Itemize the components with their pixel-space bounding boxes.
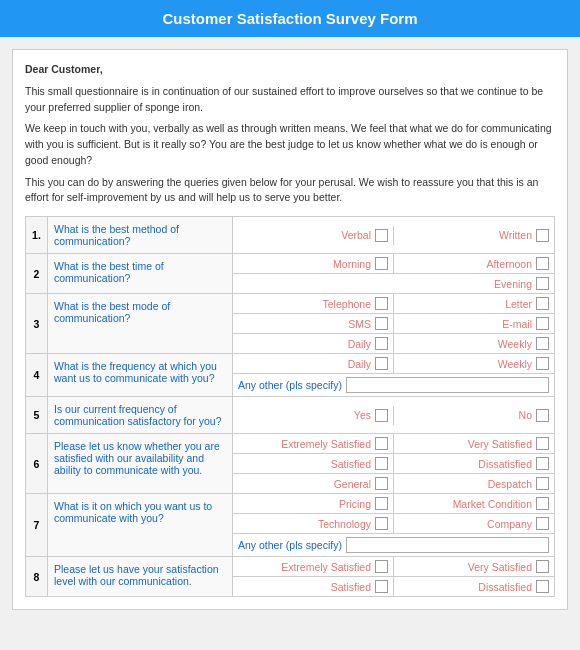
question-text-7: What is it on which you want us to commu… — [48, 494, 233, 557]
checkbox-left-7-1[interactable] — [375, 497, 388, 510]
options-cell-3-2: SMSE-mail — [233, 314, 555, 334]
checkbox-left-6-1[interactable] — [375, 437, 388, 450]
checkbox-right-6-2[interactable] — [536, 457, 549, 470]
options-cell-6-2: SatisfiedDissatisfied — [233, 454, 555, 474]
checkbox-left-1-1[interactable] — [375, 229, 388, 242]
question-num-8: 8 — [26, 557, 48, 597]
checkbox-right-6-3[interactable] — [536, 477, 549, 490]
option-left-4-1: Daily — [233, 354, 393, 373]
question-text-5: Is our current frequency of communicatio… — [48, 397, 233, 434]
option-right-6-1: Very Satisfied — [394, 434, 554, 453]
specify-cell-4: Any other (pls specify) — [233, 374, 555, 397]
question-num-6: 6 — [26, 434, 48, 494]
option-right-8-1: Very Satisfied — [394, 557, 554, 576]
question-text-1: What is the best method of communication… — [48, 217, 233, 254]
options-cell-2-1: MorningAfternoon — [233, 254, 555, 274]
checkbox-left-3-1[interactable] — [375, 297, 388, 310]
option-left-6-3: General — [233, 474, 393, 493]
specify-input-4[interactable] — [346, 377, 549, 393]
option-right-4-1: Weekly — [394, 354, 554, 373]
checkbox-right-7-1[interactable] — [536, 497, 549, 510]
options-cell-8-2: SatisfiedDissatisfied — [233, 577, 555, 597]
checkbox-right-4-1[interactable] — [536, 357, 549, 370]
checkbox-right-8-1[interactable] — [536, 560, 549, 573]
options-cell-7-2: TechnologyCompany — [233, 514, 555, 534]
option-left-3-3: Daily — [233, 334, 393, 353]
option-left-3-2: SMS — [233, 314, 393, 333]
question-num-4: 4 — [26, 354, 48, 397]
option-right-8-2: Dissatisfied — [394, 577, 554, 596]
options-cell-8-1: Extremely SatisfiedVery Satisfied — [233, 557, 555, 577]
option-right-3-1: Letter — [394, 294, 554, 313]
options-cell-4-1: DailyWeekly — [233, 354, 555, 374]
options-cell-6-3: GeneralDespatch — [233, 474, 555, 494]
option-left-6-2: Satisfied — [233, 454, 393, 473]
checkbox-right-7-2[interactable] — [536, 517, 549, 530]
question-text-6: Please let us know whether you are satis… — [48, 434, 233, 494]
specify-cell-7: Any other (pls specify) — [233, 534, 555, 557]
checkbox-right-2-1[interactable] — [536, 257, 549, 270]
checkbox-right-6-1[interactable] — [536, 437, 549, 450]
option-right-6-3: Despatch — [394, 474, 554, 493]
options-cell-3-1: TelephoneLetter — [233, 294, 555, 314]
checkbox-left-3-2[interactable] — [375, 317, 388, 330]
question-num-7: 7 — [26, 494, 48, 557]
question-num-1: 1. — [26, 217, 48, 254]
intro-p2: We keep in touch with you, verbally as w… — [25, 121, 555, 168]
question-num-3: 3 — [26, 294, 48, 354]
option-right-3-3: Weekly — [394, 334, 554, 353]
option-left-8-1: Extremely Satisfied — [233, 557, 393, 576]
options-cell-2-2: Evening — [233, 274, 555, 294]
option-right-7-2: Company — [394, 514, 554, 533]
option-left-1-1: Verbal — [233, 226, 393, 245]
checkbox-left-6-2[interactable] — [375, 457, 388, 470]
option-left-2-2: Evening — [233, 274, 554, 293]
option-left-5-1: Yes — [233, 406, 393, 425]
checkbox-left-4-1[interactable] — [375, 357, 388, 370]
checkbox-left-2-2[interactable] — [536, 277, 549, 290]
checkbox-left-3-3[interactable] — [375, 337, 388, 350]
option-right-1-1: Written — [394, 226, 554, 245]
main-content: Dear Customer, This small questionnaire … — [12, 49, 568, 610]
page-header: Customer Satisfaction Survey Form — [0, 0, 580, 37]
checkbox-right-5-1[interactable] — [536, 409, 549, 422]
question-num-5: 5 — [26, 397, 48, 434]
option-left-8-2: Satisfied — [233, 577, 393, 596]
checkbox-left-8-1[interactable] — [375, 560, 388, 573]
checkbox-right-8-2[interactable] — [536, 580, 549, 593]
checkbox-left-6-3[interactable] — [375, 477, 388, 490]
option-right-6-2: Dissatisfied — [394, 454, 554, 473]
options-cell-3-3: DailyWeekly — [233, 334, 555, 354]
specify-label-7: Any other (pls specify) — [238, 539, 342, 551]
options-cell-7-1: PricingMarket Condition — [233, 494, 555, 514]
option-left-7-1: Pricing — [233, 494, 393, 513]
options-cell-5-1: YesNo — [233, 397, 555, 434]
survey-table: 1.What is the best method of communicati… — [25, 216, 555, 597]
checkbox-right-3-3[interactable] — [536, 337, 549, 350]
specify-input-7[interactable] — [346, 537, 549, 553]
specify-label-4: Any other (pls specify) — [238, 379, 342, 391]
options-cell-6-1: Extremely SatisfiedVery Satisfied — [233, 434, 555, 454]
checkbox-left-7-2[interactable] — [375, 517, 388, 530]
checkbox-left-2-1[interactable] — [375, 257, 388, 270]
options-cell-1-1: VerbalWritten — [233, 217, 555, 254]
checkbox-left-8-2[interactable] — [375, 580, 388, 593]
question-num-2: 2 — [26, 254, 48, 294]
option-left-3-1: Telephone — [233, 294, 393, 313]
checkbox-left-5-1[interactable] — [375, 409, 388, 422]
question-text-4: What is the frequency at which you want … — [48, 354, 233, 397]
option-left-7-2: Technology — [233, 514, 393, 533]
question-text-8: Please let us have your satisfaction lev… — [48, 557, 233, 597]
intro-p1: This small questionnaire is in continuat… — [25, 84, 555, 116]
question-text-2: What is the best time of communication? — [48, 254, 233, 294]
question-text-3: What is the best mode of communication? — [48, 294, 233, 354]
checkbox-right-3-2[interactable] — [536, 317, 549, 330]
option-left-6-1: Extremely Satisfied — [233, 434, 393, 453]
page-title: Customer Satisfaction Survey Form — [162, 10, 417, 27]
checkbox-right-3-1[interactable] — [536, 297, 549, 310]
intro-p3: This you can do by answering the queries… — [25, 175, 555, 207]
option-right-7-1: Market Condition — [394, 494, 554, 513]
intro-greeting: Dear Customer, — [25, 62, 555, 78]
checkbox-right-1-1[interactable] — [536, 229, 549, 242]
option-right-2-1: Afternoon — [394, 254, 554, 273]
